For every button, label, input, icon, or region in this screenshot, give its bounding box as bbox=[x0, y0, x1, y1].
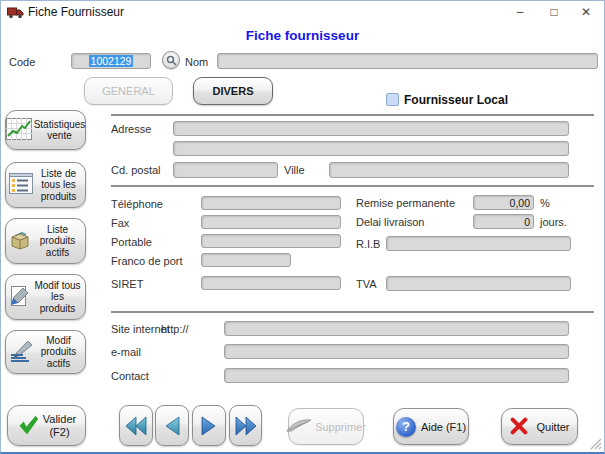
help-icon: ? bbox=[396, 417, 416, 437]
franco-de-port-input[interactable] bbox=[201, 253, 291, 267]
sidebar-liste-produits-actifs-button[interactable]: Liste produits actifs bbox=[5, 218, 86, 264]
last-record-button[interactable] bbox=[229, 405, 262, 446]
pencil-icon bbox=[9, 340, 33, 365]
remise-permanente-label: Remise permanente bbox=[356, 197, 455, 209]
portable-input[interactable] bbox=[201, 234, 341, 248]
franco-de-port-label: Franco de port bbox=[111, 255, 183, 267]
siret-input[interactable] bbox=[201, 276, 341, 290]
truck-app-icon bbox=[7, 5, 24, 23]
sidebar-statistiques-vente-button[interactable]: Statistiques vente bbox=[5, 110, 86, 150]
siret-label: SIRET bbox=[111, 278, 143, 290]
check-icon bbox=[17, 414, 39, 438]
separator bbox=[111, 185, 594, 187]
supprimer-button[interactable]: Supprimer bbox=[288, 408, 364, 445]
sidebar-button-label: Liste de tous les produits bbox=[35, 168, 82, 203]
cd-postal-input[interactable] bbox=[173, 162, 278, 178]
edit-document-icon bbox=[9, 285, 31, 310]
tva-input[interactable] bbox=[386, 276, 571, 291]
minimize-icon[interactable]: – bbox=[504, 1, 536, 23]
sidebar-button-label: Modif tous les produits bbox=[33, 280, 82, 315]
adresse-input-2[interactable] bbox=[173, 141, 569, 156]
cd-postal-label: Cd. postal bbox=[111, 164, 161, 176]
fax-label: Fax bbox=[111, 217, 129, 229]
portable-label: Portable bbox=[111, 236, 152, 248]
remise-suffix: % bbox=[540, 197, 550, 209]
page-title: Fiche fournisseur bbox=[1, 28, 604, 43]
delai-livraison-value: 0 bbox=[524, 216, 530, 228]
search-supplier-button[interactable] bbox=[162, 51, 180, 69]
telephone-input[interactable] bbox=[201, 196, 341, 210]
delai-suffix: jours. bbox=[540, 216, 567, 228]
nom-label: Nom bbox=[185, 56, 208, 68]
tva-label: TVA bbox=[356, 278, 377, 290]
rib-label: R.I.B bbox=[356, 238, 380, 250]
valider-button[interactable]: Valider (F2) bbox=[7, 405, 86, 446]
title-bar: Fiche Fournisseur – □ ✕ bbox=[1, 1, 604, 23]
adresse-input-1[interactable] bbox=[173, 121, 569, 136]
remise-permanente-value: 0,00 bbox=[510, 197, 530, 209]
supprimer-label: Supprimer bbox=[315, 421, 366, 433]
sidebar-button-label: Liste produits actifs bbox=[33, 224, 82, 259]
remise-permanente-input[interactable]: 0,00 bbox=[473, 195, 534, 210]
ville-input[interactable] bbox=[329, 162, 569, 178]
ville-label: Ville bbox=[284, 164, 305, 176]
fournisseur-local-checkbox[interactable] bbox=[386, 93, 399, 106]
quitter-button[interactable]: Quitter bbox=[501, 408, 578, 445]
sidebar-button-label: Statistiques vente bbox=[34, 119, 86, 142]
next-record-button[interactable] bbox=[192, 405, 226, 446]
contact-label: Contact bbox=[111, 370, 149, 382]
package-icon bbox=[9, 229, 31, 254]
tab-divers[interactable]: DIVERS bbox=[193, 77, 273, 105]
window-title: Fiche Fournisseur bbox=[28, 5, 124, 19]
valider-key: (F2) bbox=[49, 426, 69, 439]
nom-input[interactable] bbox=[217, 53, 598, 69]
chart-icon bbox=[6, 118, 32, 143]
aide-label: Aide (F1) bbox=[421, 421, 466, 433]
rib-input[interactable] bbox=[386, 236, 571, 251]
search-icon bbox=[166, 55, 177, 66]
previous-record-button[interactable] bbox=[155, 405, 189, 446]
site-prefix: http:// bbox=[161, 323, 189, 335]
separator bbox=[111, 114, 594, 116]
sidebar-liste-tous-produits-button[interactable]: Liste de tous les produits bbox=[5, 162, 86, 208]
list-icon bbox=[9, 173, 33, 197]
fax-input[interactable] bbox=[201, 215, 341, 229]
fournisseur-local-label: Fournisseur Local bbox=[404, 93, 508, 107]
close-icon[interactable]: ✕ bbox=[570, 1, 602, 23]
email-input[interactable] bbox=[224, 344, 569, 359]
previous-record-icon bbox=[163, 416, 181, 436]
contact-input[interactable] bbox=[224, 368, 569, 383]
aide-button[interactable]: ? Aide (F1) bbox=[393, 408, 469, 445]
code-input[interactable]: 1002129 bbox=[71, 53, 151, 69]
sidebar-modif-tous-produits-button[interactable]: Modif tous les produits bbox=[5, 274, 86, 320]
adresse-label: Adresse bbox=[111, 123, 151, 135]
fiche-fournisseur-window: Fiche Fournisseur – □ ✕ Fiche fournisseu… bbox=[0, 0, 605, 454]
first-record-icon bbox=[124, 416, 148, 436]
quitter-label: Quitter bbox=[536, 421, 569, 433]
code-label: Code bbox=[9, 56, 35, 68]
delai-livraison-input[interactable]: 0 bbox=[473, 214, 534, 229]
email-label: e-mail bbox=[111, 346, 141, 358]
eraser-icon bbox=[286, 418, 312, 435]
last-record-icon bbox=[234, 416, 258, 436]
telephone-label: Téléphone bbox=[111, 198, 163, 210]
code-value: 1002129 bbox=[89, 55, 134, 67]
site-internet-input[interactable] bbox=[224, 321, 569, 336]
resize-grip[interactable] bbox=[588, 436, 602, 450]
close-x-icon bbox=[509, 416, 529, 438]
sidebar-modif-produits-actifs-button[interactable]: Modif produits actifs bbox=[5, 330, 86, 374]
next-record-icon bbox=[200, 416, 218, 436]
maximize-icon[interactable]: □ bbox=[538, 1, 570, 23]
sidebar-button-label: Modif produits actifs bbox=[35, 335, 82, 370]
first-record-button[interactable] bbox=[119, 405, 153, 446]
delai-livraison-label: Delai livraison bbox=[356, 216, 424, 228]
valider-label: Valider bbox=[43, 413, 76, 426]
separator bbox=[111, 311, 594, 313]
tab-general[interactable]: GENERAL bbox=[84, 77, 173, 105]
